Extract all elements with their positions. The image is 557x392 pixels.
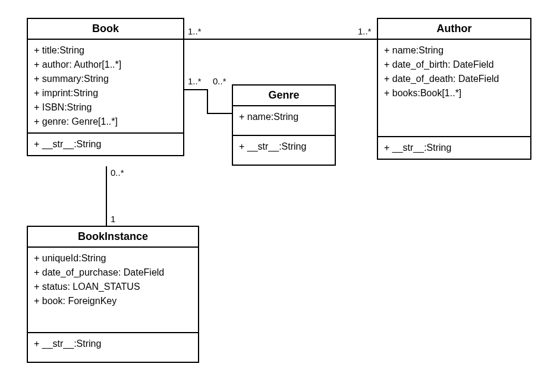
attribute-row: + ISBN:String xyxy=(34,100,177,115)
attribute-row: + name:String xyxy=(239,110,329,124)
class-methods: + __str__:String xyxy=(233,136,335,165)
multiplicity-label: 1 xyxy=(111,214,115,224)
multiplicity-label: 0..* xyxy=(213,76,226,86)
class-attributes: + uniqueId:String + date_of_purchase: Da… xyxy=(28,248,198,333)
method-row: + __str__:String xyxy=(34,137,177,151)
attribute-row: + name:String xyxy=(384,43,524,58)
class-methods: + __str__:String xyxy=(378,137,530,159)
attribute-row: + author: Author[1..*] xyxy=(34,58,177,72)
method-row: + __str__:String xyxy=(239,140,329,154)
class-title: BookInstance xyxy=(28,227,198,248)
attribute-row: + book: ForeignKey xyxy=(34,294,192,308)
multiplicity-label: 1..* xyxy=(188,76,202,86)
class-attributes: + name:String xyxy=(233,106,335,136)
class-title: Book xyxy=(28,19,183,40)
class-attributes: + title:String + author: Author[1..*] + … xyxy=(28,40,183,134)
multiplicity-label: 1..* xyxy=(358,26,372,36)
class-title: Genre xyxy=(233,86,335,106)
class-bookinstance: BookInstance + uniqueId:String + date_of… xyxy=(27,226,199,363)
connector-book-author xyxy=(184,39,377,40)
connector-book-bookinstance xyxy=(106,166,107,226)
attribute-row: + genre: Genre[1..*] xyxy=(34,115,177,129)
class-title: Author xyxy=(378,19,530,40)
class-genre: Genre + name:String + __str__:String xyxy=(232,84,336,166)
attribute-row: + date_of_purchase: DateField xyxy=(34,265,192,280)
attribute-row: + date_of_birth: DateField xyxy=(384,58,524,72)
class-methods: + __str__:String xyxy=(28,134,183,155)
attribute-row: + date_of_death: DateField xyxy=(384,72,524,86)
attribute-row: + title:String xyxy=(34,43,177,58)
attribute-row: + imprint:String xyxy=(34,86,177,100)
connector-book-genre xyxy=(184,89,208,90)
uml-diagram: Book + title:String + author: Author[1..… xyxy=(0,0,557,392)
connector-book-genre xyxy=(207,113,232,114)
attribute-row: + books:Book[1..*] xyxy=(384,86,524,100)
attribute-row: + uniqueId:String xyxy=(34,251,192,265)
class-methods: + __str__:String xyxy=(28,333,198,362)
class-attributes: + name:String + date_of_birth: DateField… xyxy=(378,40,530,137)
class-author: Author + name:String + date_of_birth: Da… xyxy=(377,18,531,160)
class-book: Book + title:String + author: Author[1..… xyxy=(27,18,184,156)
multiplicity-label: 0..* xyxy=(111,167,124,178)
multiplicity-label: 1..* xyxy=(188,26,202,36)
method-row: + __str__:String xyxy=(384,141,524,155)
connector-book-genre xyxy=(207,89,208,114)
attribute-row: + summary:String xyxy=(34,72,177,86)
method-row: + __str__:String xyxy=(34,337,192,351)
attribute-row: + status: LOAN_STATUS xyxy=(34,280,192,294)
